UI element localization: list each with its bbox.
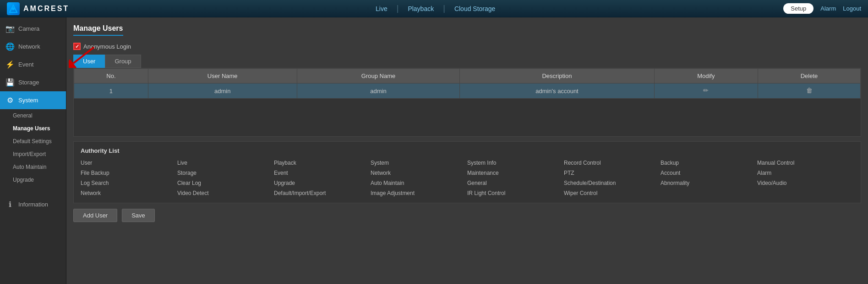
sidebar-sub-general[interactable]: General [0, 109, 66, 122]
storage-icon: 💾 [5, 78, 15, 87]
sidebar-sub-upgrade-label: Upgrade [13, 177, 34, 183]
col-groupname: Group Name [297, 69, 460, 84]
sidebar-label-information: Information [18, 201, 48, 208]
event-icon: ⚡ [5, 60, 15, 69]
auth-system-info: System Info [467, 159, 564, 167]
authority-grid: User Live Playback System System Info Re… [81, 159, 854, 197]
cell-description: admin's account [460, 84, 654, 99]
auth-file-backup: File Backup [81, 169, 177, 177]
auth-clear-log: Clear Log [177, 179, 274, 187]
nav-live[interactable]: Live [366, 5, 397, 12]
nav-cloud-storage[interactable]: Cloud Storage [445, 5, 505, 12]
tab-bar: User Group [73, 55, 861, 68]
logout-link[interactable]: Logout [843, 5, 861, 12]
header-right: Setup Alarm Logout [783, 3, 861, 14]
auth-manual-control: Manual Control [757, 159, 854, 167]
sidebar-label-storage: Storage [18, 79, 39, 86]
sidebar: 📷 Camera 🌐 Network ⚡ Event 💾 Storage ⚙ S… [0, 17, 66, 284]
information-icon: ℹ [5, 200, 15, 209]
sidebar-sub-general-label: General [13, 112, 33, 119]
logo-text: AMCREST [23, 5, 69, 13]
page-title: Manage Users [73, 24, 123, 36]
sidebar-item-network[interactable]: 🌐 Network [0, 38, 66, 56]
col-delete: Delete [758, 69, 861, 84]
auth-account: Account [661, 169, 757, 177]
authority-title: Authority List [81, 147, 854, 154]
auth-event: Event [274, 169, 371, 177]
system-icon: ⚙ [5, 96, 15, 105]
sidebar-sub-default-settings[interactable]: Default Settings [0, 135, 66, 148]
red-arrow-indicator [69, 45, 96, 69]
amcrest-logo-icon [7, 2, 20, 15]
auth-storage: Storage [177, 169, 274, 177]
add-user-button[interactable]: Add User [73, 209, 117, 222]
col-username: User Name [148, 69, 297, 84]
auth-user: User [81, 159, 177, 167]
sidebar-sub-auto-maintain-label: Auto Maintain [13, 164, 46, 170]
alarm-link[interactable]: Alarm [820, 5, 836, 12]
tab-group[interactable]: Group [105, 55, 141, 68]
auth-system: System [371, 159, 467, 167]
auth-default-import-export: Default/Import/Export [274, 189, 371, 197]
cell-no: 1 [74, 84, 148, 99]
svg-line-3 [73, 47, 94, 63]
auth-network: Network [371, 169, 467, 177]
auth-playback: Playback [274, 159, 371, 167]
delete-icon[interactable]: 🗑 [805, 87, 813, 95]
main-layout: 📷 Camera 🌐 Network ⚡ Event 💾 Storage ⚙ S… [0, 17, 868, 284]
user-table-container: No. User Name Group Name Description Mod… [73, 68, 861, 137]
auth-empty2 [757, 189, 854, 197]
auth-auto-maintain: Auto Maintain [371, 179, 467, 187]
auth-network2: Network [81, 189, 177, 197]
auth-image-adjustment: Image Adjustment [371, 189, 467, 197]
sidebar-sub-auto-maintain[interactable]: Auto Maintain [0, 161, 66, 173]
anonymous-login-row: Anonymous Login [73, 43, 861, 50]
sidebar-sub-manage-users[interactable]: Manage Users [0, 122, 66, 135]
sidebar-item-camera[interactable]: 📷 Camera [0, 20, 66, 38]
col-modify: Modify [654, 69, 758, 84]
auth-alarm: Alarm [757, 169, 854, 177]
tab-group-label: Group [115, 58, 131, 65]
col-no: No. [74, 69, 148, 84]
nav-playback[interactable]: Playback [399, 5, 443, 12]
auth-schedule-destination: Schedule/Destination [564, 179, 661, 187]
auth-general: General [467, 179, 564, 187]
sidebar-sub-upgrade[interactable]: Upgrade [0, 173, 66, 186]
sidebar-label-camera: Camera [18, 25, 39, 32]
cell-groupname: admin [297, 84, 460, 99]
action-buttons: Add User Save [73, 209, 861, 222]
auth-live: Live [177, 159, 274, 167]
sidebar-item-system[interactable]: ⚙ System [0, 91, 66, 109]
svg-point-1 [12, 7, 15, 10]
sidebar-sub-import-export[interactable]: Import/Export [0, 148, 66, 161]
sidebar-item-event[interactable]: ⚡ Event [0, 56, 66, 73]
auth-video-audio: Video/Audio [757, 179, 854, 187]
auth-maintenance: Maintenance [467, 169, 564, 177]
sidebar-item-storage[interactable]: 💾 Storage [0, 73, 66, 91]
table-header-row: No. User Name Group Name Description Mod… [74, 69, 861, 84]
sidebar-sub-import-export-label: Import/Export [13, 151, 46, 157]
col-description: Description [460, 69, 654, 84]
user-table: No. User Name Group Name Description Mod… [74, 68, 861, 99]
save-button[interactable]: Save [122, 209, 155, 222]
auth-upgrade: Upgrade [274, 179, 371, 187]
sidebar-sub-default-settings-label: Default Settings [13, 138, 52, 145]
logo-area: AMCREST [7, 2, 69, 15]
auth-video-detect: Video Detect [177, 189, 274, 197]
sidebar-sub-manage-users-label: Manage Users [13, 125, 50, 132]
cell-username: admin [148, 84, 297, 99]
cell-delete: 🗑 [758, 84, 861, 99]
auth-backup: Backup [661, 159, 757, 167]
auth-record-control: Record Control [564, 159, 661, 167]
modify-icon[interactable]: ✏ [702, 87, 710, 95]
sidebar-item-information[interactable]: ℹ Information [0, 195, 66, 213]
setup-button[interactable]: Setup [783, 3, 813, 14]
top-header: AMCREST Live | Playback | Cloud Storage … [0, 0, 868, 17]
authority-section: Authority List User Live Playback System… [73, 141, 861, 203]
auth-abnormality: Abnormality [661, 179, 757, 187]
table-row: 1 admin admin admin's account ✏ 🗑 [74, 84, 861, 99]
auth-ptz: PTZ [564, 169, 661, 177]
auth-empty1 [661, 189, 757, 197]
auth-wiper-control: Wiper Control [564, 189, 661, 197]
sidebar-label-network: Network [18, 43, 40, 50]
